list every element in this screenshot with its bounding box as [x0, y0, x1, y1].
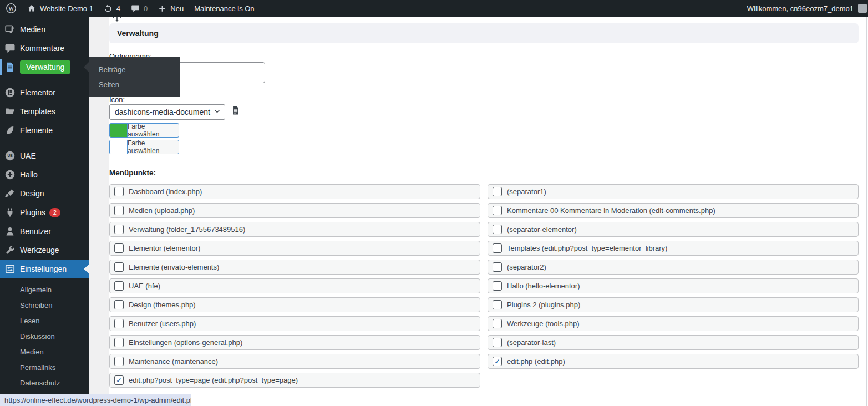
sidebar-item-elementor[interactable]: Elementor: [0, 83, 89, 102]
circle-plus-icon: [0, 169, 20, 180]
checkbox-unchecked[interactable]: [493, 225, 502, 234]
menu-item-label: Hallo (hello-elementor): [507, 282, 580, 290]
checkbox-unchecked[interactable]: [114, 225, 124, 234]
sidebar-item-kommentare[interactable]: Kommentare: [0, 39, 89, 58]
checkbox-checked[interactable]: ✓: [114, 375, 124, 385]
menu-item-label: (separator-elementor): [507, 225, 577, 234]
menu-item-row-separator-last[interactable]: (separator-last): [488, 335, 859, 350]
settings-submenu-datenschutz[interactable]: Datenschutz: [0, 375, 89, 390]
settings-submenu-diskussion[interactable]: Diskussion: [0, 328, 89, 344]
status-bar-url: https://online-effect.de/wordpress-demo-…: [0, 394, 191, 406]
menu-item-label: Verwaltung (folder_1755673489516): [129, 225, 245, 234]
admin-bar: W Website Demo 1 4 0 Neu Maintenance is …: [0, 0, 868, 17]
scrollbar-edge[interactable]: [866, 17, 867, 406]
menu-item-row-elemente-envato-elements[interactable]: Elemente (envato-elements): [109, 260, 480, 275]
menu-item-row-maintenance-maintenance[interactable]: Maintenance (maintenance): [109, 354, 480, 369]
checkbox-unchecked[interactable]: [114, 357, 124, 366]
updates-menu[interactable]: 4: [104, 4, 120, 13]
sidebar-item-verwaltung[interactable]: Verwaltung: [0, 58, 89, 77]
checkbox-unchecked[interactable]: [114, 206, 124, 215]
sidebar-menu: MedienKommentareVerwaltungElementorTempl…: [0, 20, 89, 278]
checkbox-unchecked[interactable]: [493, 206, 502, 215]
settings-submenu-medien[interactable]: Medien: [0, 344, 89, 359]
menu-item-row-separator-elementor[interactable]: (separator-elementor): [488, 222, 859, 237]
menu-item-row-design-themes-php[interactable]: Design (themes.php): [109, 297, 480, 312]
brush-icon: [0, 188, 20, 199]
checkbox-unchecked[interactable]: [493, 243, 502, 253]
settings-submenu-lesen[interactable]: Lesen: [0, 313, 89, 328]
main-content: Verwaltung Ordnername: Icon: dashicons-m…: [89, 17, 868, 406]
menu-item-row-hallo-hello-elementor[interactable]: Hallo (hello-elementor): [488, 278, 859, 293]
sidebar-item-label: Kommentare: [20, 44, 89, 53]
menu-item-row-uae-hfe[interactable]: UAE (hfe): [109, 278, 480, 293]
checkbox-unchecked[interactable]: [114, 338, 124, 347]
flyout-arrow: [84, 62, 89, 73]
color-picker-secondary[interactable]: Farbe auswählen: [109, 140, 179, 154]
menu-item-row-verwaltung-folder-1755673489516[interactable]: Verwaltung (folder_1755673489516): [109, 222, 480, 237]
sidebar-item-medien[interactable]: Medien: [0, 20, 89, 39]
settings-submenu-schreiben[interactable]: Schreiben: [0, 297, 89, 313]
uae-icon: UE: [0, 150, 20, 161]
status-url-text: https://online-effect.de/wordpress-demo-…: [4, 396, 191, 404]
sidebar-item-benutzer[interactable]: Benutzer: [0, 222, 89, 241]
admin-sidebar: MedienKommentareVerwaltungElementorTempl…: [0, 17, 89, 406]
menu-item-row-kommentare-00-kommentare-in-moderation-edit-comments-php[interactable]: Kommentare 00 Kommentare in Moderation (…: [488, 203, 859, 218]
checkbox-unchecked[interactable]: [114, 300, 124, 309]
icon-select[interactable]: dashicons-media-document: [109, 104, 225, 120]
flyout-item-seiten[interactable]: Seiten: [89, 77, 180, 92]
svg-text:UE: UE: [7, 154, 13, 158]
comments-menu[interactable]: 0: [131, 4, 148, 13]
sidebar-item-label: Hallo: [20, 170, 89, 179]
sidebar-item-werkzeuge[interactable]: Werkzeuge: [0, 241, 89, 260]
menu-item-row-elementor-elementor[interactable]: Elementor (elementor): [109, 241, 480, 256]
checkbox-unchecked[interactable]: [114, 243, 124, 253]
site-menu[interactable]: Website Demo 1: [27, 4, 93, 13]
sidebar-item-templates[interactable]: Templates: [0, 102, 89, 121]
sidebar-item-elemente[interactable]: Elemente: [0, 121, 89, 140]
plugin-icon: [0, 207, 20, 218]
menu-item-row-edit-php-edit-php[interactable]: ✓edit.php (edit.php): [488, 354, 859, 369]
dashicon-preview-icon: [231, 105, 241, 118]
menu-item-label: (separator-last): [507, 338, 556, 347]
checkbox-checked[interactable]: ✓: [493, 357, 502, 366]
checkbox-unchecked[interactable]: [114, 262, 124, 272]
menu-item-row-plugins-2-plugins-php[interactable]: Plugins 2 (plugins.php): [488, 297, 859, 312]
maintenance-status[interactable]: Maintenance is On: [194, 4, 254, 13]
sidebar-item-label: Medien: [20, 25, 89, 34]
menu-item-row-werkzeuge-tools-php[interactable]: Werkzeuge (tools.php): [488, 316, 859, 331]
checkbox-unchecked[interactable]: [493, 338, 502, 347]
settings-submenu-allgemein[interactable]: Allgemein: [0, 282, 89, 297]
checkbox-unchecked[interactable]: [493, 262, 502, 272]
checkbox-unchecked[interactable]: [493, 319, 502, 328]
wp-logo-menu[interactable]: W: [6, 3, 17, 14]
checkbox-unchecked[interactable]: [493, 187, 502, 196]
menu-item-row-einstellungen-options-general-php[interactable]: Einstellungen (options-general.php): [109, 335, 480, 350]
menu-item-label: Dashboard (index.php): [129, 187, 202, 196]
menu-item-label: (separator2): [507, 263, 546, 271]
sidebar-item-plugins[interactable]: Plugins2: [0, 203, 89, 222]
settings-submenu-permalinks[interactable]: Permalinks: [0, 359, 89, 375]
welcome-text[interactable]: Willkommen, cn96eozm7_demo1: [747, 4, 854, 13]
menu-item-row-benutzer-users-php[interactable]: Benutzer (users.php): [109, 316, 480, 331]
checkbox-unchecked[interactable]: [114, 187, 124, 196]
menu-item-row-separator1[interactable]: (separator1): [488, 184, 859, 199]
sidebar-item-uae[interactable]: UEUAE: [0, 146, 89, 165]
sidebar-item-einstellungen[interactable]: Einstellungen: [0, 260, 89, 278]
checkbox-unchecked[interactable]: [114, 319, 124, 328]
sidebar-item-design[interactable]: Design: [0, 184, 89, 203]
comment-icon: [131, 4, 140, 13]
checkbox-unchecked[interactable]: [114, 281, 124, 291]
menu-item-row-dashboard-index-php[interactable]: Dashboard (index.php): [109, 184, 480, 199]
checkbox-unchecked[interactable]: [493, 281, 502, 291]
color-picker-primary[interactable]: Farbe auswählen: [109, 123, 179, 138]
plus-icon: [158, 4, 166, 13]
menu-item-row-templates-edit-php-post-type-elementor-library[interactable]: Templates (edit.php?post_type=elementor_…: [488, 241, 859, 256]
menu-item-row-separator2[interactable]: (separator2): [488, 260, 859, 275]
sidebar-item-hallo[interactable]: Hallo: [0, 165, 89, 184]
new-content-menu[interactable]: Neu: [158, 4, 184, 13]
menu-item-row-edit-php-post-type-page-edit-php-post-type-page[interactable]: ✓edit.php?post_type=page (edit.php?post_…: [109, 373, 480, 388]
panel-header[interactable]: Verwaltung: [109, 23, 859, 43]
checkbox-unchecked[interactable]: [493, 300, 502, 309]
menu-item-row-medien-upload-php[interactable]: Medien (upload.php): [109, 203, 480, 218]
flyout-item-beiträge[interactable]: Beiträge: [89, 62, 180, 77]
